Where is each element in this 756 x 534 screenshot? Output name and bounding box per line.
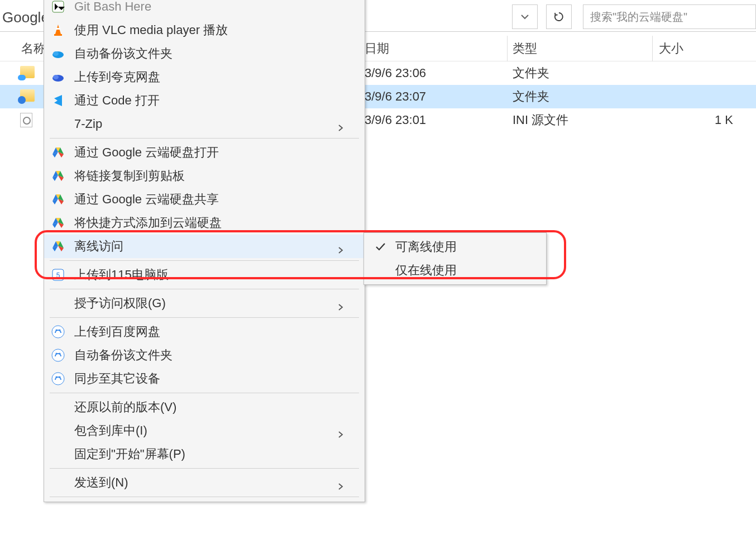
baidu-icon: [50, 347, 66, 364]
context-menu-item[interactable]: 7-Zip: [44, 112, 365, 136]
git-bash-icon: [50, 0, 66, 15]
context-menu-item-label: 包含到库中(I): [74, 422, 147, 439]
svg-point-6: [53, 51, 59, 56]
refresh-button[interactable]: [546, 4, 572, 29]
folder-cloud-icon: [20, 66, 35, 80]
submenu-item-label: 仅在线使用: [395, 262, 457, 279]
context-menu-item[interactable]: 同步至其它设备: [44, 367, 365, 390]
context-menu-item[interactable]: 发送到(N): [44, 471, 365, 494]
context-menu-item[interactable]: 通过 Google 云端硬盘打开: [44, 141, 365, 164]
context-menu-item-label: 发送到(N): [74, 474, 128, 491]
vlc-icon: [50, 22, 66, 39]
search-box[interactable]: [583, 4, 756, 29]
context-menu-item[interactable]: 上传到百度网盘: [44, 320, 365, 344]
check-icon: [372, 239, 389, 255]
context-menu-item[interactable]: 通过 Code 打开: [44, 89, 365, 112]
chevron-down-icon: [520, 12, 529, 21]
blank-icon: [50, 446, 66, 463]
brand-label: Google: [2, 9, 49, 26]
context-menu-separator: [50, 260, 359, 261]
vscode-icon: [50, 92, 66, 109]
address-dropdown-button[interactable]: [512, 4, 538, 29]
context-menu-item[interactable]: 使用 VLC media player 播放: [44, 18, 365, 42]
context-menu-item[interactable]: 5上传到115电脑版: [44, 263, 365, 287]
context-menu-item[interactable]: 固定到"开始"屏幕(P): [44, 442, 365, 466]
context-menu-item[interactable]: Git Bash Here: [44, 0, 365, 18]
context-menu-separator: [50, 289, 359, 289]
submenu-item-label: 可离线使用: [395, 239, 457, 255]
blank-icon: [50, 116, 66, 132]
context-menu-item[interactable]: 上传到夸克网盘: [44, 65, 365, 89]
context-menu-item-label: 自动备份该文件夹: [74, 347, 173, 364]
submenu-item-offline-available[interactable]: 可离线使用: [364, 235, 546, 259]
folder-sync-icon: [20, 89, 35, 104]
115-icon: 5: [50, 266, 66, 283]
context-menu-item-label: Git Bash Here: [74, 0, 151, 14]
context-menu-item-label: 使用 VLC media player 播放: [74, 22, 228, 39]
svg-rect-4: [56, 28, 60, 30]
svg-point-54: [59, 330, 61, 331]
context-menu-item-label: 上传到夸克网盘: [74, 69, 160, 85]
column-type[interactable]: 类型: [513, 40, 537, 57]
row-type: 文件夹: [513, 88, 549, 105]
row-size: 1 K: [715, 113, 733, 127]
blank-icon: [50, 399, 66, 416]
column-name[interactable]: 名称: [21, 40, 46, 57]
context-menu-item[interactable]: 离线访问: [44, 235, 365, 258]
row-date: 3/9/6 23:01: [365, 113, 426, 127]
row-date: 3/9/6 23:06: [365, 66, 426, 80]
refresh-icon: [553, 11, 564, 22]
context-menu-item-label: 上传到115电脑版: [74, 266, 169, 283]
svg-rect-3: [54, 34, 62, 36]
gdrive-icon: [50, 168, 66, 184]
context-menu-separator: [50, 393, 359, 393]
ini-file-icon: [20, 113, 35, 127]
onedrive-icon: [50, 45, 66, 62]
context-menu-item-label: 通过 Google 云端硬盘共享: [74, 191, 219, 208]
submenu-item-online-only[interactable]: 仅在线使用: [364, 259, 546, 282]
context-menu-item[interactable]: 自动备份该文件夹: [44, 42, 365, 65]
context-menu-item-label: 同步至其它设备: [74, 370, 160, 387]
offline-access-submenu: 可离线使用 仅在线使用: [363, 232, 547, 285]
context-menu-item-label: 还原以前的版本(V): [74, 399, 176, 416]
context-menu-item-label: 通过 Google 云端硬盘打开: [74, 144, 219, 161]
svg-point-8: [53, 75, 59, 79]
context-menu-item-label: 授予访问权限(G): [74, 295, 166, 312]
column-date[interactable]: 日期: [365, 40, 389, 57]
context-menu-item[interactable]: 授予访问权限(G): [44, 292, 365, 315]
row-type: 文件夹: [513, 65, 549, 82]
context-menu-item[interactable]: 包含到库中(I): [44, 419, 365, 442]
context-menu-item-label: 固定到"开始"屏幕(P): [74, 446, 185, 463]
context-menu-item-label: 将链接复制到剪贴板: [74, 168, 185, 184]
blank-icon: [50, 474, 66, 491]
gdrive-icon: [50, 144, 66, 161]
context-menu-separator: [50, 497, 359, 497]
context-menu-item[interactable]: 将快捷方式添加到云端硬盘: [44, 211, 365, 235]
context-menu-item[interactable]: 通过 Google 云端硬盘共享: [44, 188, 365, 211]
column-divider: [652, 36, 653, 61]
row-type: INI 源文件: [513, 112, 568, 128]
context-menu-separator: [50, 138, 359, 139]
gdrive-icon: [50, 191, 66, 208]
context-menu-item-label: 自动备份该文件夹: [74, 45, 173, 62]
quark-icon: [50, 69, 66, 85]
blank-icon: [50, 422, 66, 439]
context-menu-item[interactable]: 自动备份该文件夹: [44, 344, 365, 367]
svg-point-57: [56, 353, 58, 355]
context-menu-separator: [50, 468, 359, 469]
search-input[interactable]: [583, 5, 755, 28]
context-menu-item-label: 将快捷方式添加到云端硬盘: [74, 214, 222, 231]
baidu-icon: [50, 323, 66, 340]
row-date: 3/9/6 23:07: [365, 89, 426, 104]
context-menu-item[interactable]: 将链接复制到剪贴板: [44, 164, 365, 188]
context-menu-item-label: 上传到百度网盘: [74, 323, 160, 340]
svg-point-62: [59, 376, 61, 378]
context-menu-item[interactable]: 还原以前的版本(V): [44, 395, 365, 419]
blank-icon: [50, 295, 66, 312]
column-size[interactable]: 大小: [659, 40, 683, 57]
column-divider: [507, 36, 508, 61]
context-menu-item-label: 离线访问: [74, 238, 123, 255]
svg-point-61: [56, 376, 58, 378]
context-menu-separator: [50, 317, 359, 318]
svg-point-58: [59, 353, 61, 355]
